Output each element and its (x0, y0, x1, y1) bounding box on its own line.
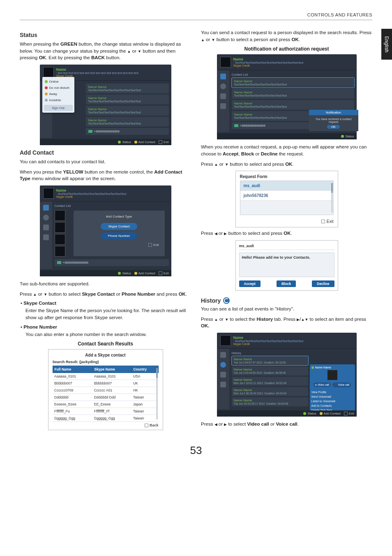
cell: Cccccc0709 (53, 387, 92, 394)
view-profile-link[interactable]: View Profile (311, 390, 353, 394)
text: When you press the (20, 169, 63, 174)
scrollbar-thumb[interactable] (156, 368, 158, 378)
text: or (218, 317, 225, 322)
sidebar (217, 70, 229, 132)
text: Press (201, 231, 214, 236)
status-option-dnd[interactable]: Do not disturb (44, 85, 73, 91)
label: Status (307, 412, 316, 415)
scrollbar-thumb[interactable] (331, 183, 333, 193)
contacts-tab-icon[interactable] (220, 74, 226, 79)
contact-row[interactable]: Name NameTextTextTextTextTextTextTextTex… (86, 95, 169, 104)
cell: Ffffffffff_Ff (92, 408, 131, 415)
contact-sub: TextTextTextTextTextTextTextTextTextText (88, 100, 166, 103)
table-row[interactable]: Bbbbbb007Bbbbbb007UK (53, 380, 158, 387)
history-item[interactable]: Name NameMon Jul 2 10:01:11 2012 Duratio… (232, 377, 308, 386)
contacts-tab-icon[interactable] (220, 352, 226, 358)
accept-button[interactable]: Accept (239, 280, 261, 287)
dialpad-tab-icon[interactable] (43, 225, 49, 230)
mood-text: : text text text text text text text tex… (56, 72, 138, 74)
up-arrow-icon (214, 162, 218, 167)
search-result-subtitle: Search Result: (jackyding) (53, 360, 159, 364)
phone-row[interactable]: +8888888888888 (86, 128, 169, 135)
history-tab-icon[interactable] (43, 215, 49, 220)
request-item[interactable]: ms_audi (240, 181, 333, 191)
decline-button[interactable]: Decline (312, 280, 334, 287)
text: the request. (278, 151, 304, 156)
status-paragraph: When pressing the GREEN button, the chan… (20, 41, 191, 61)
text: menu window will appear on the screen. (30, 176, 116, 181)
down-arrow-icon (304, 317, 308, 322)
status-option-invisible[interactable]: Invisible (44, 97, 73, 103)
notification-ok-button[interactable]: OK (327, 125, 339, 129)
contact-row[interactable]: Name NameTextTextTextTextTextTextTextTex… (86, 83, 169, 93)
table-row[interactable]: Aaaaaa_0101Aaaaaa_0101USA (53, 373, 158, 380)
settings-tab-icon[interactable] (43, 234, 49, 240)
message-text: Hello! Please add me to your Contacts. (239, 253, 334, 277)
notification-header: Notification (309, 110, 358, 115)
history-title: History (201, 297, 221, 304)
select-instruction-2: Press or button to select and press OK. (201, 161, 372, 168)
table-row[interactable]: Gggggg_GggGggggg_GggTaiwan (53, 415, 158, 422)
contact-row[interactable]: Name NameTextTextTextTextTextTextTextTex… (86, 106, 169, 116)
history-item[interactable]: Name NameTue Jul 3 03:44:58 2012 Duratio… (232, 366, 308, 375)
cell: Aaaaaa_0101 (92, 373, 131, 380)
contact-message-box: ms_audi Hello! Please add me to your Con… (235, 240, 338, 291)
status-option-away[interactable]: Away (44, 91, 73, 97)
item-name: Name Name (234, 398, 306, 402)
accept-label: Accept (223, 151, 238, 156)
contact-avatar (55, 210, 65, 221)
voice-call-button[interactable]: 📞 Voice call (332, 382, 351, 387)
request-item[interactable]: john5678236 (240, 191, 333, 201)
status-option-online[interactable]: Online (44, 79, 73, 85)
skype-contact-button[interactable]: Skype Contact (101, 223, 137, 230)
video-call-button[interactable]: ● Video call (314, 382, 331, 387)
sign-out-button[interactable]: Sign Out (44, 105, 73, 111)
add-contacts-link[interactable]: Add to Contacts (311, 403, 353, 408)
col-country: Country (131, 366, 158, 373)
table-row[interactable]: Eeeeee_EeeeEE_EeeeeJapan (53, 401, 158, 408)
ok-label: OK (39, 55, 46, 60)
text: button. (105, 55, 120, 60)
scrollbar[interactable] (331, 183, 333, 213)
cell: UK (131, 380, 158, 387)
phone-row[interactable]: +8888888888888 (55, 259, 169, 266)
text: and press (155, 292, 179, 297)
history-tab-icon[interactable] (220, 362, 226, 368)
history-screenshot: Name : TextTextTextTextTextTextTextTextT… (217, 333, 357, 417)
cell: Bbbbbb007 (92, 380, 131, 387)
block-button[interactable]: Block (277, 280, 296, 287)
table-row[interactable]: Fffffffff_FuFfffffffff_FfTaiwan (53, 408, 158, 415)
history-item[interactable]: Name NameTue Jun 26 03:35:17 2012 Durati… (232, 397, 308, 406)
history-item[interactable]: Name NameTue Jul 3 04:07:47 2012 Duratio… (232, 356, 308, 365)
label: Exit (164, 271, 169, 275)
profile-name: Name (233, 57, 304, 61)
history-tab-icon[interactable] (220, 83, 226, 89)
contacts-tab-icon[interactable] (43, 205, 49, 211)
dialpad-tab-icon[interactable] (220, 93, 226, 99)
contact-row[interactable]: Name NameTextTextTextTextTextTextTextTex… (232, 78, 354, 88)
green-dot-icon (118, 141, 121, 144)
contact-row[interactable]: Name NameTextTextTextTextTextTextTextTex… (86, 117, 169, 127)
contact-row[interactable]: Name NameTextTextTextTextTextTextTextTex… (232, 100, 354, 110)
exit-icon (148, 243, 152, 247)
label: Add Contact (138, 271, 155, 275)
contact-row[interactable]: Name NameTextTextTextTextTextTextTextTex… (232, 89, 354, 99)
send-voicemail-link[interactable]: Send Voicemail (311, 394, 353, 399)
settings-tab-icon[interactable] (220, 382, 226, 387)
label: Video call (318, 383, 329, 386)
history-item[interactable]: Name NameMon Jul 2 06:36:49 2012 Duratio… (232, 387, 308, 396)
item-duration: Duration: 00:10:00 (264, 361, 286, 364)
avatar (220, 57, 231, 67)
profile-name: Name (56, 67, 138, 72)
search-box-title: Add a Skype contact (53, 353, 159, 357)
settings-tab-icon[interactable] (220, 103, 226, 109)
sidebar (217, 349, 229, 409)
down-arrow-icon (44, 292, 47, 297)
item-name: Name Name (234, 378, 306, 382)
table-row[interactable]: DddddddDdddddd DddTaiwan (53, 394, 158, 401)
dialpad-tab-icon[interactable] (220, 372, 226, 378)
table-row[interactable]: Cccccc0709Cccccc A01HK (53, 387, 158, 394)
phone-number-button[interactable]: Phone Number (101, 232, 138, 239)
listen-voicemail-link[interactable]: Listen to Voicemail (311, 399, 353, 403)
scrollbar[interactable] (156, 368, 158, 419)
